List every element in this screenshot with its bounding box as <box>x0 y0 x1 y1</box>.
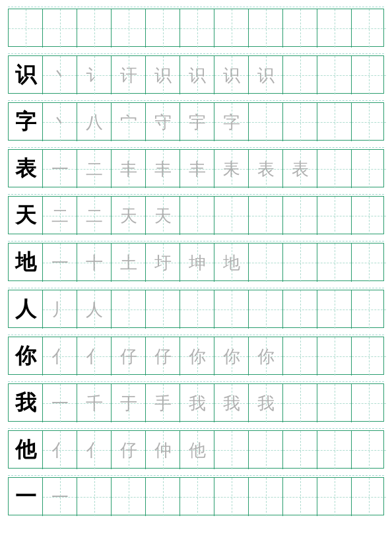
stroke-char-text: 一 <box>51 158 69 181</box>
empty-cell-1 <box>317 384 352 422</box>
empty-cell-2 <box>352 337 386 375</box>
stroke-char-text: 二 <box>86 205 103 228</box>
main-char-表: 表 <box>9 150 43 188</box>
stroke-cell-3: 守 <box>146 103 180 141</box>
stroke-char-text: 土 <box>120 251 137 275</box>
stroke-cell-4: 他 <box>180 431 214 469</box>
empty-cell-4 <box>249 290 283 329</box>
main-char-一: 一 <box>9 478 43 516</box>
stroke-cell-3: 仔 <box>146 337 180 375</box>
empty-cell-2 <box>146 478 180 516</box>
stroke-char-text: 八 <box>86 111 103 134</box>
stroke-char-text: 一 <box>51 392 69 415</box>
empty-cell-2 <box>317 244 352 282</box>
stroke-cell-3: 手 <box>146 384 180 422</box>
stroke-cell-2: 天 <box>112 197 146 235</box>
empty-cell-1 <box>317 337 352 375</box>
stroke-char-text: 宀 <box>120 111 137 134</box>
stroke-cell-4: 宇 <box>180 103 214 141</box>
empty-cell-2 <box>317 103 352 141</box>
stroke-char-text: 坤 <box>189 251 206 275</box>
empty-cell-4 <box>214 478 249 516</box>
stroke-cell-2: 土 <box>112 244 146 282</box>
stroke-char-text: 丶 <box>51 64 69 87</box>
cells-row-一: 一一 <box>8 477 384 515</box>
stroke-char-text: 丶 <box>51 111 69 134</box>
stroke-cell-4: 你 <box>180 337 214 375</box>
empty-cell-7 <box>317 478 352 516</box>
stroke-char-text: 丰 <box>120 158 137 181</box>
empty-cell-2 <box>249 197 283 235</box>
empty-cell-2 <box>283 431 317 469</box>
main-char-他: 他 <box>9 431 43 469</box>
stroke-char-text: 识 <box>154 64 172 87</box>
stroke-cell-5: 你 <box>214 337 249 375</box>
stroke-char-text: 一 <box>51 486 69 509</box>
stroke-char-text: 天 <box>120 205 137 228</box>
practice-row-天: 天二二天天 <box>8 194 384 238</box>
blank-cell-6 <box>214 9 249 48</box>
cells-row-你: 你亻亻仔仔你你你 <box>8 337 384 375</box>
empty-cell-8 <box>352 478 386 516</box>
stroke-cell-0: 一 <box>43 244 77 282</box>
cells-row-表: 表一二丰丰丰耒表表 <box>8 149 384 187</box>
practice-row-字: 字丶八宀守宇字 <box>8 100 384 145</box>
stroke-cell-0: 一 <box>43 150 77 188</box>
practice-row-我: 我一千于手我我我 <box>8 381 384 426</box>
stroke-char-text: 仲 <box>154 439 172 462</box>
stroke-cell-5: 我 <box>214 384 249 422</box>
stroke-cell-3: 仲 <box>146 431 180 469</box>
stroke-char-text: 识 <box>223 64 240 87</box>
stroke-char-text: 表 <box>257 158 275 181</box>
main-char-text: 一 <box>15 482 36 511</box>
stroke-cell-3: 丰 <box>146 150 180 188</box>
stroke-cell-1: 十 <box>77 244 112 282</box>
empty-cell-0 <box>249 103 283 141</box>
stroke-char-text: 我 <box>223 392 240 415</box>
stroke-char-text: 圩 <box>154 251 172 275</box>
empty-cell-5 <box>283 290 317 329</box>
empty-cell-1 <box>249 431 283 469</box>
stroke-cell-1: 亻 <box>77 431 112 469</box>
empty-cell-5 <box>352 197 386 235</box>
empty-cell-3 <box>214 290 249 329</box>
stroke-char-text: 字 <box>223 111 240 134</box>
stroke-char-text: 于 <box>120 392 137 415</box>
stroke-cell-4: 识 <box>180 56 214 94</box>
empty-cell-0 <box>77 478 112 516</box>
empty-cell-1 <box>283 103 317 141</box>
empty-cell-0 <box>283 56 317 94</box>
main-char-text: 我 <box>15 389 36 418</box>
empty-cell-0 <box>249 244 283 282</box>
practice-row-人: 人丿人 <box>8 288 384 332</box>
stroke-char-text: 天 <box>154 205 172 228</box>
empty-cell-1 <box>146 290 180 329</box>
empty-cell-1 <box>317 56 352 94</box>
stroke-char-text: 耒 <box>223 158 240 181</box>
stroke-cell-5: 识 <box>214 56 249 94</box>
empty-cell-4 <box>352 431 386 469</box>
stroke-cell-2: 仔 <box>112 337 146 375</box>
blank-cell-1 <box>43 9 77 48</box>
empty-cell-1 <box>283 244 317 282</box>
main-char-text: 人 <box>15 295 36 324</box>
main-char-识: 识 <box>9 56 43 94</box>
stroke-cell-5: 地 <box>214 244 249 282</box>
main-char-你: 你 <box>9 337 43 375</box>
practice-row-识: 识丶讠讦识识识识 <box>8 53 384 98</box>
practice-row-表: 表一二丰丰丰耒表表 <box>8 147 384 191</box>
stroke-cell-3: 圩 <box>146 244 180 282</box>
main-char-text: 字 <box>15 108 36 137</box>
main-char-我: 我 <box>9 384 43 422</box>
stroke-cell-3: 识 <box>146 56 180 94</box>
main-char-text: 他 <box>15 436 36 465</box>
stroke-char-text: 丰 <box>154 158 172 181</box>
stroke-char-text: 我 <box>257 392 275 415</box>
stroke-cell-1: 二 <box>77 150 112 188</box>
blank-cell-8 <box>283 9 317 48</box>
stroke-cell-4: 丰 <box>180 150 214 188</box>
stroke-char-text: 讠 <box>86 64 103 87</box>
stroke-cell-6: 你 <box>249 337 283 375</box>
stroke-char-text: 他 <box>189 439 206 462</box>
cells-row-地: 地一十土圩坤地 <box>8 243 384 281</box>
